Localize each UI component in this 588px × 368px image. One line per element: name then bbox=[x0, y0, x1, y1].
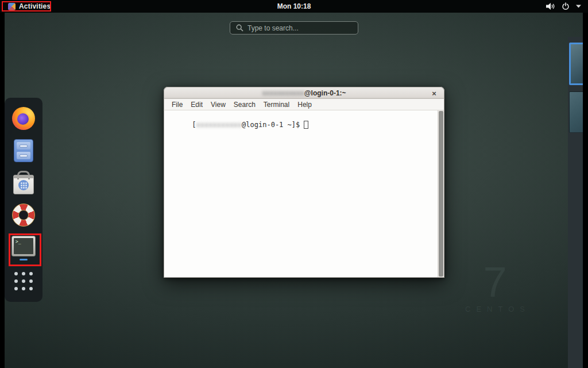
terminal-menubar: File Edit View Search Terminal Help bbox=[164, 99, 444, 110]
workspace-thumbnail-2[interactable] bbox=[569, 91, 583, 133]
search-placeholder: Type to search... bbox=[247, 24, 299, 32]
prompt-line: [xxxxxxxxxxx@login-0-1 ~]$ bbox=[192, 121, 300, 129]
workspace-thumbnail-active[interactable] bbox=[569, 43, 583, 85]
menu-file[interactable]: File bbox=[168, 101, 187, 109]
firefox-icon bbox=[12, 107, 35, 130]
terminal-titlebar[interactable]: xxxxxxxxxxx@login-0-1:~ × bbox=[164, 87, 444, 99]
redacted-username: xxxxxxxxxxx bbox=[196, 121, 242, 129]
search-input[interactable]: Type to search... bbox=[230, 21, 358, 34]
system-status-area[interactable] bbox=[546, 0, 581, 13]
dock-item-help[interactable] bbox=[11, 204, 36, 227]
help-lifebuoy-icon bbox=[12, 204, 35, 227]
activities-label: Activities bbox=[19, 2, 51, 10]
menu-edit[interactable]: Edit bbox=[187, 101, 207, 109]
activities-icon bbox=[8, 3, 16, 10]
top-bar: Activities Mon 10:18 bbox=[0, 0, 588, 13]
centos-name: CENTOS bbox=[459, 305, 531, 313]
centos-7-numeral: 7 bbox=[459, 262, 531, 302]
volume-icon bbox=[546, 2, 555, 10]
dock-item-firefox[interactable] bbox=[11, 107, 36, 130]
menu-terminal[interactable]: Terminal bbox=[260, 101, 293, 109]
dock-item-files[interactable] bbox=[11, 139, 36, 162]
files-cabinet-icon bbox=[14, 139, 33, 162]
centos-watermark: 7 CENTOS bbox=[459, 262, 531, 313]
desktop-overview: 7 CENTOS Activities Mon 10:18 bbox=[0, 0, 588, 368]
power-icon bbox=[562, 2, 570, 10]
terminal-cursor bbox=[304, 121, 308, 129]
search-icon bbox=[236, 24, 243, 32]
dock-item-software[interactable] bbox=[11, 171, 36, 194]
scrollbar-thumb[interactable] bbox=[439, 111, 443, 277]
dock-item-terminal[interactable]: >_ bbox=[11, 236, 36, 260]
terminal-icon: >_ bbox=[11, 236, 36, 256]
workspace-switcher bbox=[568, 37, 583, 368]
terminal-running-indicator bbox=[20, 259, 28, 260]
menu-search[interactable]: Search bbox=[230, 101, 260, 109]
activities-button[interactable]: Activities bbox=[8, 0, 51, 13]
menu-help[interactable]: Help bbox=[293, 101, 316, 109]
dash-dock: >_ bbox=[5, 98, 42, 302]
software-bag-icon bbox=[13, 175, 34, 194]
terminal-content[interactable]: [xxxxxxxxxxx@login-0-1 ~]$ bbox=[164, 110, 444, 278]
terminal-window: xxxxxxxxxxx@login-0-1:~ × File Edit View… bbox=[164, 87, 444, 278]
menu-view[interactable]: View bbox=[207, 101, 230, 109]
redacted-username: xxxxxxxxxxx bbox=[262, 89, 304, 97]
terminal-scrollbar[interactable] bbox=[438, 110, 444, 277]
close-button[interactable]: × bbox=[429, 87, 439, 99]
app-grid-icon bbox=[14, 272, 33, 290]
clock[interactable]: Mon 10:18 bbox=[277, 0, 311, 13]
dropdown-caret-icon bbox=[576, 5, 581, 8]
dock-item-app-grid[interactable] bbox=[11, 270, 36, 290]
terminal-title: xxxxxxxxxxx@login-0-1:~ bbox=[262, 89, 346, 97]
